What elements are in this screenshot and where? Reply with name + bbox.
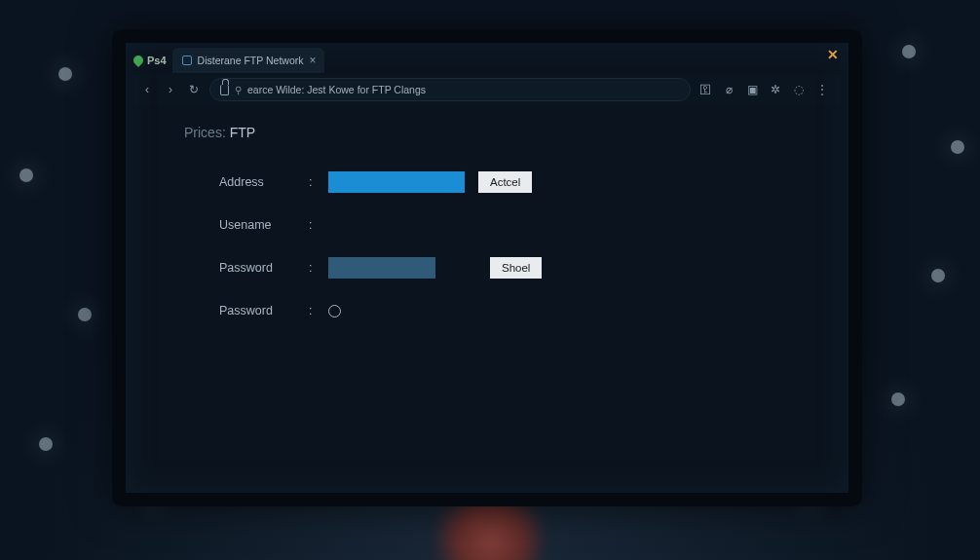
row-password: Password : Shoel [219,253,790,282]
nav-back-button[interactable]: ‹ [139,82,155,97]
toolbar-icons: ⚿ ⌀ ▣ ✲ ◌ ⋮ [698,83,835,96]
panel-icon[interactable]: ▣ [745,83,759,96]
username-colon: : [309,218,315,232]
browser-brand: Ps4 [133,55,167,66]
sync-icon[interactable]: ◌ [792,83,806,96]
password2-radio[interactable] [328,305,341,317]
password-show-button[interactable]: Shoel [490,257,542,279]
address-colon: : [309,175,315,189]
nav-reload-button[interactable]: ↻ [186,82,202,97]
key-icon[interactable]: ⚿ [698,83,712,96]
page-content: Prices: FTP Address : Actcel Usename : P… [126,105,848,358]
menu-icon[interactable]: ⋮ [815,83,829,96]
toolbar: ‹ › ↻ ⚲ earce Wilde: Jest Kowe for FTP C… [133,74,841,105]
row-address: Address : Actcel [219,168,790,197]
address-action-button[interactable]: Actcel [478,171,532,193]
username-input[interactable] [328,214,336,236]
page-title: Prices: FTP [184,125,790,140]
row-username: Usename : [219,210,790,240]
brand-label: Ps4 [147,55,167,66]
password-label: Password [219,261,295,275]
window-close-icon[interactable]: ✕ [827,47,839,62]
tab-strip: Ps4 Disterane FTP Network × [133,47,841,74]
row-password2: Password : [219,296,790,325]
shield-icon [132,54,145,67]
password-input[interactable] [328,257,435,279]
tab-title: Disterane FTP Network [198,55,304,66]
tab-active[interactable]: Disterane FTP Network × [172,48,324,73]
address-input[interactable] [328,171,465,193]
username-label: Usename [219,218,295,232]
address-url: earce Wilde: Jest Kowe for FTP Clangs [247,84,426,95]
page-title-prefix: Prices: [184,125,226,140]
settings-icon[interactable]: ✲ [769,83,782,96]
search-icon: ⚲ [235,85,242,95]
nav-forward-button[interactable]: › [163,82,178,97]
monitor-frame: ✕ Ps4 Disterane FTP Network × ‹ › ↻ ⚲ ea… [112,29,862,506]
page-title-main: FTP [226,125,255,140]
address-label: Address [219,175,295,189]
password-colon: : [309,261,315,275]
browser-chrome: Ps4 Disterane FTP Network × ‹ › ↻ ⚲ earc… [126,43,848,105]
address-bar[interactable]: ⚲ earce Wilde: Jest Kowe for FTP Clangs [209,78,691,101]
lock-icon [220,85,229,95]
password2-colon: : [309,304,315,317]
password2-label: Password [219,304,295,317]
link-icon[interactable]: ⌀ [722,83,735,96]
ftp-form: Address : Actcel Usename : Password : Sh… [219,168,790,325]
tab-close-icon[interactable]: × [310,54,317,67]
tab-favicon-icon [182,56,192,65]
